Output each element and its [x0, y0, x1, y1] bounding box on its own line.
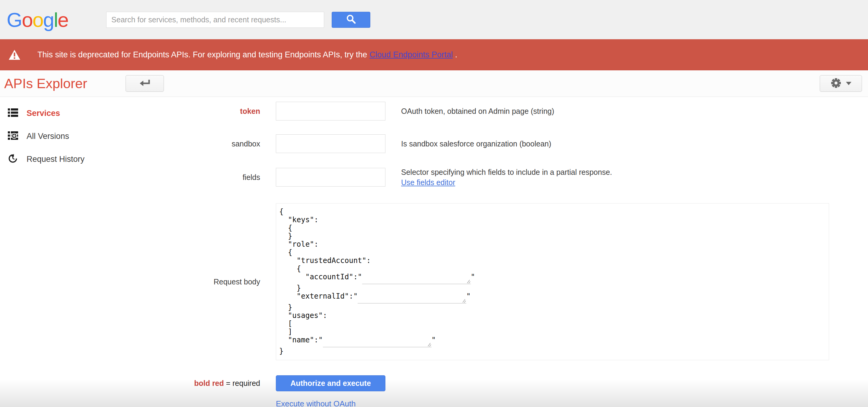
json-line: {	[279, 224, 829, 232]
sandbox-label: sandbox	[0, 140, 260, 148]
legend-bold-red: bold red	[194, 379, 224, 387]
warning-icon	[8, 50, 21, 60]
json-text: "	[432, 336, 436, 344]
json-text: {	[279, 207, 283, 216]
sandbox-input[interactable]	[276, 134, 385, 153]
logo-letter: e	[58, 8, 68, 31]
fields-input[interactable]	[276, 168, 385, 186]
resize-grip-icon	[466, 279, 470, 284]
cloud-endpoints-portal-link[interactable]: Cloud Endpoints Portal	[369, 50, 453, 59]
json-text: {	[279, 224, 292, 232]
json-text: "role":	[279, 240, 318, 249]
search-icon	[346, 13, 356, 26]
execute-without-oauth-row: Execute without OAuth	[0, 399, 868, 407]
back-arrow-icon	[139, 78, 151, 90]
json-text: "	[471, 273, 475, 281]
json-text: "externalId":"	[279, 292, 358, 300]
deprecation-text-after: .	[453, 50, 457, 59]
main-content: Services All Versions	[0, 97, 868, 407]
json-line: "trustedAccount":	[279, 257, 829, 265]
request-body-row: Request body { "keys": { } "role": { "tr…	[0, 203, 868, 360]
title-bar: APIs Explorer	[0, 70, 868, 97]
json-line: }	[279, 284, 829, 292]
footer-action-row: bold red = required Authorize and execut…	[0, 375, 868, 391]
request-body-editor[interactable]: { "keys": { } "role": { "trustedAccount"…	[276, 203, 829, 360]
deprecation-text: This site is deprecated for Endpoints AP…	[37, 50, 369, 59]
authorize-and-execute-button[interactable]: Authorize and execute	[276, 375, 385, 391]
back-button[interactable]	[126, 75, 164, 92]
json-line-externalId: "externalId":""	[279, 292, 829, 303]
json-line: ]	[279, 328, 829, 336]
json-text: }	[279, 303, 292, 312]
request-body-label: Request body	[0, 278, 260, 286]
json-text: "	[466, 292, 470, 300]
json-line: "keys":	[279, 216, 829, 224]
json-text: [	[279, 319, 292, 328]
json-line: }	[279, 347, 829, 355]
fields-label: fields	[0, 173, 260, 182]
settings-button[interactable]	[820, 75, 862, 92]
form-row-sandbox: sandbox Is sandbox salesforce organizati…	[0, 134, 868, 153]
json-text: "usages":	[279, 311, 327, 320]
name-value-input[interactable]	[323, 337, 432, 347]
json-text: "trustedAccount":	[279, 256, 371, 265]
page-title: APIs Explorer	[4, 76, 87, 91]
json-text: {	[279, 264, 301, 273]
search-button[interactable]	[332, 12, 370, 28]
caret-down-icon	[846, 82, 851, 85]
json-text: ]	[279, 328, 292, 336]
json-line-name: "name":""	[279, 336, 829, 347]
form-row-fields: fields Selector specifying which fields …	[0, 167, 868, 187]
json-text: }	[279, 232, 292, 240]
execute-without-oauth-link[interactable]: Execute without OAuth	[276, 399, 355, 407]
json-text: {	[279, 248, 292, 257]
json-line: {	[279, 249, 829, 257]
google-logo: Google	[7, 10, 68, 30]
logo-letter: o	[22, 8, 32, 31]
json-text: "name":"	[279, 336, 323, 344]
json-text: "keys":	[279, 215, 318, 224]
method-form: token OAuth token, obtained on Admin pag…	[0, 97, 868, 407]
json-line: {	[279, 265, 829, 273]
form-row-token: token OAuth token, obtained on Admin pag…	[0, 102, 868, 120]
json-text: "accountId":"	[279, 273, 362, 281]
fields-description: Selector specifying which fields to incl…	[401, 167, 868, 187]
accountId-value-input[interactable]	[362, 274, 471, 284]
top-header: Google	[0, 0, 868, 39]
use-fields-editor-link[interactable]: Use fields editor	[401, 178, 455, 186]
gear-icon	[830, 77, 842, 90]
logo-letter: g	[43, 8, 54, 31]
search-input[interactable]	[106, 12, 324, 28]
logo-letter: o	[32, 8, 43, 31]
resize-grip-icon	[427, 342, 431, 347]
legend-rest: = required	[224, 379, 260, 387]
deprecation-message: This site is deprecated for Endpoints AP…	[37, 50, 457, 59]
logo-letter: l	[54, 8, 58, 31]
externalId-value-input[interactable]	[358, 293, 466, 303]
required-legend: bold red = required	[0, 379, 260, 388]
deprecation-banner: This site is deprecated for Endpoints AP…	[0, 39, 868, 70]
logo-letter: G	[7, 8, 22, 31]
token-label: token	[0, 107, 260, 116]
json-line: }	[279, 232, 829, 240]
json-line: "role":	[279, 240, 829, 249]
token-input[interactable]	[276, 102, 385, 120]
json-line: "usages":	[279, 312, 829, 320]
resize-grip-icon	[461, 298, 466, 303]
token-description: OAuth token, obtained on Admin page (str…	[401, 106, 868, 116]
json-line-accountId: "accountId":""	[279, 273, 829, 284]
sandbox-description: Is sandbox salesforce organization (bool…	[401, 139, 868, 149]
json-line: }	[279, 303, 829, 312]
json-text: }	[279, 284, 301, 292]
json-line: [	[279, 320, 829, 328]
json-text: }	[279, 347, 283, 355]
json-line: {	[279, 208, 829, 216]
fields-description-text: Selector specifying which fields to incl…	[401, 167, 868, 177]
